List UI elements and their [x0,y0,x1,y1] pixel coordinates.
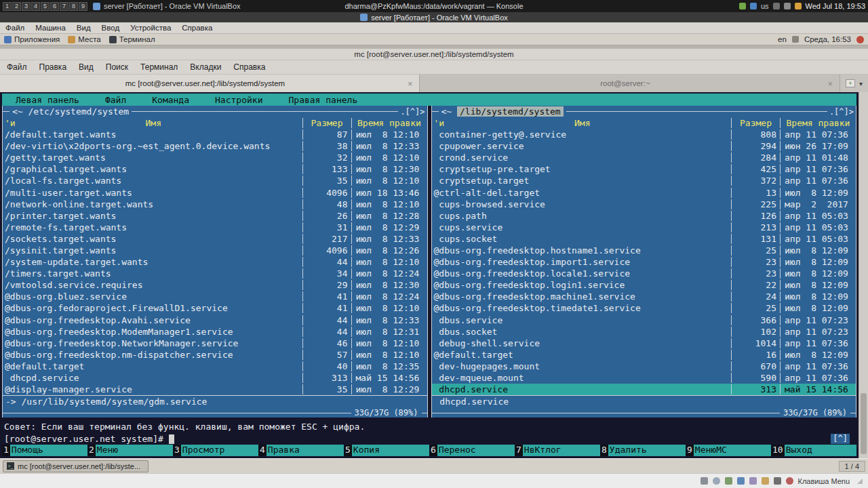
function-key[interactable]: 2 Меню [87,445,173,456]
tray-volume-icon[interactable] [773,3,780,9]
file-row[interactable]: dhcpd.service 313 май 15 14:56 [432,384,856,395]
workspace-button[interactable]: 6 [50,2,59,11]
virtualbox-titlebar[interactable]: server [Работает] - Oracle VM VirtualBox [0,12,868,22]
file-row[interactable]: cryptsetup-pre.target 425 апр 11 07:36 [432,163,856,175]
mc-menu-item[interactable]: Настройки [215,95,262,105]
file-row[interactable]: dev-hugepages.mount 670 апр 11 07:36 [432,361,856,372]
file-row[interactable]: @default.target 16 июл 8 12:09 [432,349,856,361]
file-row[interactable]: /timers.target.wants 34 июл 8 12:24 [3,268,427,279]
workspace-button[interactable]: 4 [31,2,40,11]
virtualbox-menu-item[interactable]: Машина [35,24,66,32]
konsole-menu-item[interactable]: Поиск [106,62,128,72]
file-row[interactable]: /network-online.target.wants 48 июл 8 12… [3,199,427,210]
taskbar-task-button[interactable]: >_ mc [root@server.user.net]:/lib/syste.… [3,460,149,472]
file-row[interactable]: @dbus-org.freedesktop.locale1.service 23… [432,268,856,279]
konsole-titlebar[interactable]: mc [root@server.user.net]:/lib/systemd/s… [0,49,868,60]
shutdown-icon[interactable] [856,36,864,43]
file-row[interactable]: @dbus-org.freedesktop.machine1.service 2… [432,291,856,302]
menu-applications[interactable]: Приложения [4,35,60,43]
file-row[interactable]: @ctrl-alt-del.target 13 июл 8 12:09 [432,186,856,198]
file-row[interactable]: dev-mqueue.mount 590 апр 11 07:36 [432,372,856,384]
function-key[interactable]: 8 Удалить [600,445,686,456]
tab-close-icon[interactable]: × [827,79,833,89]
header-mtime[interactable]: Время правки [351,118,427,128]
scrollbar-thumb[interactable] [861,393,867,454]
konsole-menu-item[interactable]: Справка [233,62,265,72]
volume-icon[interactable] [792,36,799,43]
konsole-menu-item[interactable]: Файл [7,62,27,72]
workspace-button[interactable]: 3 [22,2,31,11]
workspace-button[interactable]: 7 [60,2,68,11]
workspace-button[interactable]: 1 [3,2,12,11]
header-size[interactable]: Размер [302,118,351,128]
function-key[interactable]: 3 Просмотр [173,445,258,456]
virtualbox-menu-item[interactable]: Вид [77,24,91,32]
display-status-icon[interactable] [774,477,781,485]
file-row[interactable]: cups-browsed.service 225 мар 2 2017 [432,199,856,210]
file-row[interactable]: @dbus-org.fedoraproject.FirewallD1.servi… [3,302,427,314]
file-row[interactable]: cryptsetup.target 372 апр 11 07:36 [432,175,856,186]
file-row[interactable]: @dbus-org.freedesktop.Avahi.service 44 и… [3,314,427,326]
tray-network-icon[interactable] [739,3,746,9]
header-name[interactable]: 'иИмя [432,118,732,128]
workspace-button[interactable]: 5 [41,2,50,11]
konsole-menu-item[interactable]: Вид [79,62,94,72]
file-row[interactable]: cups.path 126 апр 11 05:03 [432,210,856,222]
file-row[interactable]: /printer.target.wants 26 июл 8 12:28 [3,210,427,222]
terminal-tab[interactable]: mc [root@server.user.net]:/lib/systemd/s… [0,75,420,92]
konsole-menu-item[interactable]: Терминал [140,62,178,72]
file-row[interactable]: debug-shell.service 1014 апр 11 07:36 [432,338,856,349]
workspace-button[interactable]: 9 [79,2,87,11]
file-row[interactable]: @dbus-org.freedesktop.hostname1.service … [432,245,856,256]
header-mtime[interactable]: Время правки [780,118,856,128]
file-row[interactable]: cups.socket 131 апр 11 05:03 [432,233,856,245]
recording-status-icon[interactable] [786,477,793,485]
file-row[interactable]: @dbus-org.freedesktop.NetworkManager.ser… [3,338,427,349]
virtualbox-menu-item[interactable]: Ввод [102,24,120,32]
file-row[interactable]: @dbus-org.bluez.service 41 июл 8 12:24 [3,291,427,302]
panel-path[interactable]: <~ /etc/systemd/system [9,106,132,117]
file-row[interactable]: @dbus-org.freedesktop.timedate1.service … [432,302,856,314]
audio-status-icon[interactable] [725,477,732,485]
workspace-button[interactable]: 8 [69,2,78,11]
tray-clipboard-icon[interactable] [784,3,791,9]
mc-menu-item[interactable]: Левая панель [16,95,79,105]
cdrom-status-icon[interactable] [713,477,720,485]
file-row[interactable]: /remote-fs.target.wants 31 июл 8 12:29 [3,222,427,233]
new-tab-icon[interactable]: + [846,79,855,87]
mc-menu-item[interactable]: Файл [105,95,126,105]
tab-list-chevron-down-icon[interactable]: ▾ [859,80,863,87]
panel-scroll-corner[interactable]: .[^]> [398,107,427,117]
file-row[interactable]: dhcpd.service 313 май 15 14:56 [3,372,427,384]
function-key[interactable]: 9 МенюМС [686,445,771,456]
mc-menu-item[interactable]: Команда [152,95,189,105]
function-key[interactable]: 7 НвКтлог [515,445,600,456]
file-row[interactable]: @dbus-org.freedesktop.ModemManager1.serv… [3,326,427,338]
file-row[interactable]: @default.target 40 июл 8 12:35 [3,361,427,372]
terminal-scrollbar[interactable] [859,92,868,458]
panel-path[interactable]: <~ /lib/systemd/system [439,106,566,117]
file-row[interactable]: /vmtoolsd.service.requires 29 июл 8 12:3… [3,279,427,291]
tab-close-icon[interactable]: × [408,79,413,89]
function-key[interactable]: 5 Копия [344,445,429,456]
file-row[interactable]: dbus.service 366 апр 11 07:23 [432,314,856,326]
shared-folders-status-icon[interactable] [762,477,769,485]
usb-status-icon[interactable] [749,477,757,485]
function-key[interactable]: 10 Выход [771,445,856,456]
file-row[interactable]: crond.service 284 апр 11 01:48 [432,152,856,163]
function-key[interactable]: 4 Правка [258,445,344,456]
menu-places[interactable]: Места [68,35,100,43]
file-row[interactable]: @dbus-org.freedesktop.import1.service 23… [432,256,856,268]
hdd-status-icon[interactable] [701,477,708,485]
keyboard-layout-indicator[interactable]: us [761,2,769,10]
scroll-up-badge[interactable]: [^] [831,434,850,444]
virtualbox-menu-item[interactable]: Справка [182,24,212,32]
file-row[interactable]: /getty.target.wants 32 июл 8 12:10 [3,152,427,163]
konsole-menu-item[interactable]: Вкладки [190,62,221,72]
function-key[interactable]: 6 Перенос [429,445,515,456]
header-size[interactable]: Размер [731,118,780,128]
network-status-icon[interactable] [737,477,745,485]
file-row[interactable]: @dbus-org.freedesktop.nm-dispatcher.serv… [3,349,427,361]
file-row[interactable]: dbus.socket 102 апр 11 07:23 [432,326,856,338]
mc-menu-item[interactable]: Правая панель [288,95,357,105]
